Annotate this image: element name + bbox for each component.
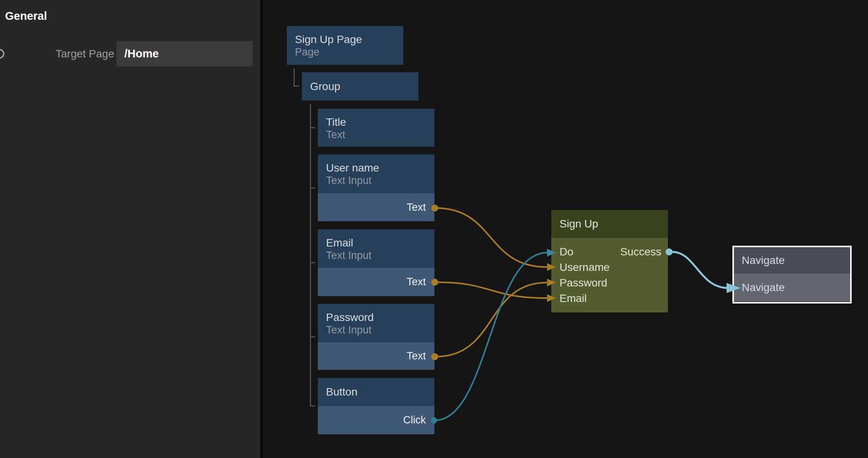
input-port-username[interactable]: Username	[559, 261, 610, 274]
node-password[interactable]: Password Text Input	[318, 304, 434, 342]
node-title: Navigate	[734, 247, 850, 274]
output-port-label: Text	[406, 342, 426, 370]
node-title: Sign Up Page	[295, 33, 403, 46]
navigate-action-row[interactable]: Navigate	[734, 274, 850, 302]
output-port-label: Text	[406, 268, 426, 296]
input-port-email[interactable]: Email	[559, 292, 587, 305]
node-subtitle: Text Input	[326, 324, 434, 336]
node-subtitle: Text Input	[326, 250, 434, 261]
port-row-email-text[interactable]: Text	[318, 268, 434, 296]
node-subtitle: Text Input	[326, 175, 434, 186]
node-title-text[interactable]: Title Text	[318, 109, 434, 147]
navigate-header[interactable]: Navigate	[734, 247, 850, 274]
node-sign-up-action-header[interactable]: Sign Up	[551, 210, 668, 238]
node-title: Email	[326, 236, 434, 250]
output-port-label: Click	[403, 406, 426, 434]
node-sign-up-page[interactable]: Sign Up Page Page	[287, 26, 403, 65]
node-group[interactable]: Group	[302, 72, 418, 101]
node-title: User name	[326, 161, 434, 175]
input-port-password[interactable]: Password	[559, 277, 607, 289]
node-title: Group	[310, 72, 418, 101]
node-user-name[interactable]: User name Text Input	[318, 154, 434, 193]
node-button[interactable]: Button	[318, 378, 434, 406]
flow-editor: General Target Page Sign Up Page Page Gr…	[0, 0, 868, 458]
properties-panel: General Target Page	[0, 0, 260, 458]
port-row-button-click[interactable]: Click	[318, 406, 434, 434]
node-title: Button	[326, 378, 434, 406]
radio-circle-icon[interactable]	[0, 49, 4, 59]
target-page-label: Target Page	[56, 48, 114, 60]
node-title: Title	[326, 116, 434, 129]
node-title: Password	[326, 311, 434, 324]
node-title: Sign Up	[559, 218, 598, 230]
section-title: General	[5, 9, 47, 23]
input-port-do[interactable]: Do	[559, 246, 573, 258]
output-port-label: Text	[406, 193, 426, 221]
port-row-password-text[interactable]: Text	[318, 342, 434, 370]
port-row-username-text[interactable]: Text	[318, 193, 434, 221]
target-page-input[interactable]	[117, 41, 253, 66]
output-port-success[interactable]: Success	[598, 246, 661, 258]
node-navigate[interactable]: Navigate Navigate	[732, 246, 852, 304]
node-subtitle: Text	[326, 129, 434, 141]
node-email[interactable]: Email Text Input	[318, 229, 434, 268]
node-subtitle: Page	[295, 46, 403, 58]
action-label: Navigate	[734, 274, 850, 302]
